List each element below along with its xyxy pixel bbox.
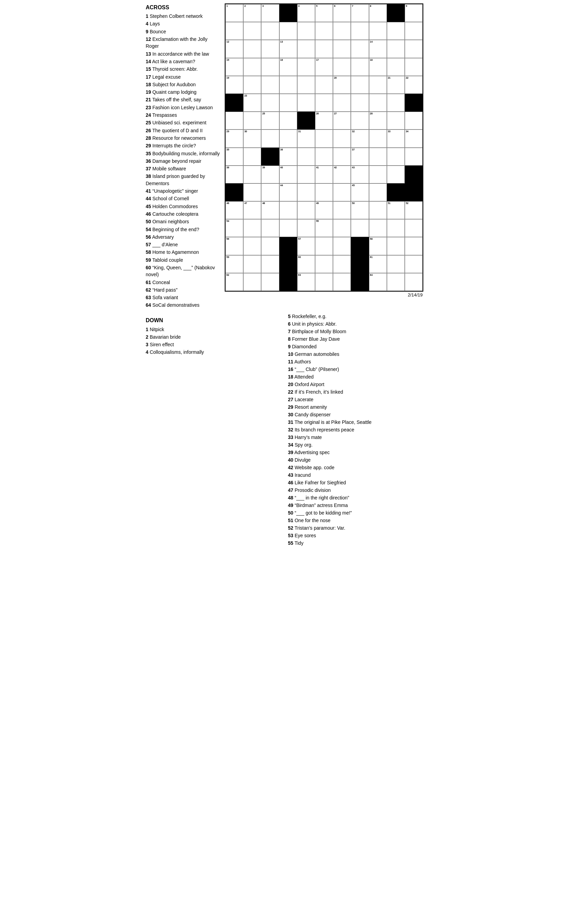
cell-r9-c8[interactable] [369, 166, 387, 184]
cell-r11-c6[interactable] [333, 201, 351, 219]
cell-r3-c10[interactable] [405, 58, 423, 76]
cell-r11-c7[interactable]: 50 [351, 201, 369, 219]
cell-r13-c1[interactable] [243, 237, 261, 255]
cell-r13-c7[interactable] [351, 237, 369, 255]
cell-r5-c3[interactable] [279, 94, 297, 112]
cell-r10-c8[interactable] [369, 184, 387, 201]
cell-r3-c7[interactable] [351, 58, 369, 76]
cell-r4-c2[interactable] [261, 76, 279, 94]
cell-r9-c6[interactable]: 42 [333, 166, 351, 184]
cell-r0-c4[interactable]: 4 [297, 4, 315, 22]
cell-r3-c1[interactable] [243, 58, 261, 76]
cell-r0-c6[interactable]: 6 [333, 4, 351, 22]
cell-r10-c7[interactable]: 45 [351, 184, 369, 201]
cell-r9-c9[interactable] [387, 166, 405, 184]
cell-r1-c7[interactable] [351, 22, 369, 40]
cell-r13-c3[interactable] [279, 237, 297, 255]
cell-r12-c6[interactable] [333, 219, 351, 237]
cell-r1-c3[interactable] [279, 22, 297, 40]
cell-r0-c0[interactable]: 1 [225, 4, 243, 22]
cell-r9-c7[interactable]: 43 [351, 166, 369, 184]
cell-r5-c1[interactable]: 23 [243, 94, 261, 112]
cell-r6-c10[interactable] [405, 112, 423, 129]
cell-r6-c5[interactable]: 26 [315, 112, 333, 129]
cell-r5-c9[interactable] [387, 94, 405, 112]
cell-r6-c2[interactable]: 25 [261, 112, 279, 129]
cell-r7-c5[interactable] [315, 129, 333, 147]
cell-r7-c10[interactable]: 34 [405, 129, 423, 147]
cell-r0-c7[interactable]: 7 [351, 4, 369, 22]
cell-r9-c10[interactable] [405, 166, 423, 184]
cell-r8-c4[interactable] [297, 148, 315, 166]
cell-r15-c7[interactable] [351, 273, 369, 291]
cell-r10-c10[interactable] [405, 184, 423, 201]
cell-r4-c0[interactable]: 19 [225, 76, 243, 94]
cell-r12-c7[interactable] [351, 219, 369, 237]
cell-r11-c3[interactable] [279, 201, 297, 219]
cell-r15-c6[interactable] [333, 273, 351, 291]
cell-r10-c9[interactable] [387, 184, 405, 201]
cell-r11-c9[interactable]: 51 [387, 201, 405, 219]
cell-r9-c3[interactable]: 40 [279, 166, 297, 184]
cell-r2-c0[interactable]: 12 [225, 40, 243, 58]
cell-r3-c3[interactable]: 16 [279, 58, 297, 76]
cell-r8-c8[interactable] [369, 148, 387, 166]
cell-r12-c3[interactable] [279, 219, 297, 237]
cell-r3-c9[interactable] [387, 58, 405, 76]
cell-r14-c1[interactable] [243, 255, 261, 273]
cell-r15-c10[interactable] [405, 273, 423, 291]
cell-r15-c1[interactable] [243, 273, 261, 291]
cell-r7-c6[interactable] [333, 129, 351, 147]
cell-r10-c6[interactable] [333, 184, 351, 201]
cell-r1-c2[interactable] [261, 22, 279, 40]
cell-r15-c4[interactable]: 63 [297, 273, 315, 291]
cell-r10-c4[interactable] [297, 184, 315, 201]
cell-r14-c0[interactable]: 59 [225, 255, 243, 273]
cell-r0-c1[interactable]: 2 [243, 4, 261, 22]
cell-r7-c1[interactable]: 30 [243, 129, 261, 147]
cell-r8-c1[interactable] [243, 148, 261, 166]
cell-r14-c3[interactable] [279, 255, 297, 273]
cell-r5-c8[interactable] [369, 94, 387, 112]
cell-r15-c3[interactable] [279, 273, 297, 291]
cell-r5-c7[interactable] [351, 94, 369, 112]
cell-r13-c5[interactable] [315, 237, 333, 255]
cell-r2-c7[interactable] [351, 40, 369, 58]
cell-r7-c2[interactable] [261, 129, 279, 147]
cell-r1-c10[interactable] [405, 22, 423, 40]
cell-r13-c4[interactable]: 57 [297, 237, 315, 255]
cell-r2-c6[interactable] [333, 40, 351, 58]
cell-r7-c0[interactable]: 29 [225, 129, 243, 147]
cell-r5-c10[interactable] [405, 94, 423, 112]
cell-r7-c4[interactable]: 31 [297, 129, 315, 147]
cell-r7-c3[interactable] [279, 129, 297, 147]
cell-r14-c7[interactable] [351, 255, 369, 273]
cell-r0-c3[interactable] [279, 4, 297, 22]
cell-r15-c5[interactable] [315, 273, 333, 291]
cell-r13-c6[interactable] [333, 237, 351, 255]
cell-r0-c9[interactable] [387, 4, 405, 22]
cell-r4-c10[interactable]: 22 [405, 76, 423, 94]
cell-r7-c7[interactable]: 32 [351, 129, 369, 147]
cell-r13-c2[interactable] [261, 237, 279, 255]
cell-r14-c5[interactable] [315, 255, 333, 273]
cell-r8-c9[interactable] [387, 148, 405, 166]
cell-r4-c1[interactable] [243, 76, 261, 94]
cell-r12-c1[interactable] [243, 219, 261, 237]
cell-r10-c3[interactable]: 44 [279, 184, 297, 201]
cell-r11-c10[interactable]: 52 [405, 201, 423, 219]
cell-r4-c9[interactable]: 21 [387, 76, 405, 94]
cell-r5-c0[interactable] [225, 94, 243, 112]
cell-r6-c4[interactable] [297, 112, 315, 129]
cell-r12-c0[interactable]: 54 [225, 219, 243, 237]
cell-r10-c0[interactable] [225, 184, 243, 201]
cell-r13-c0[interactable]: 56 [225, 237, 243, 255]
cell-r1-c5[interactable] [315, 22, 333, 40]
cell-r9-c5[interactable]: 41 [315, 166, 333, 184]
cell-r2-c10[interactable] [405, 40, 423, 58]
cell-r13-c8[interactable]: 58 [369, 237, 387, 255]
cell-r12-c4[interactable] [297, 219, 315, 237]
cell-r2-c1[interactable] [243, 40, 261, 58]
cell-r8-c10[interactable] [405, 148, 423, 166]
cell-r2-c2[interactable] [261, 40, 279, 58]
